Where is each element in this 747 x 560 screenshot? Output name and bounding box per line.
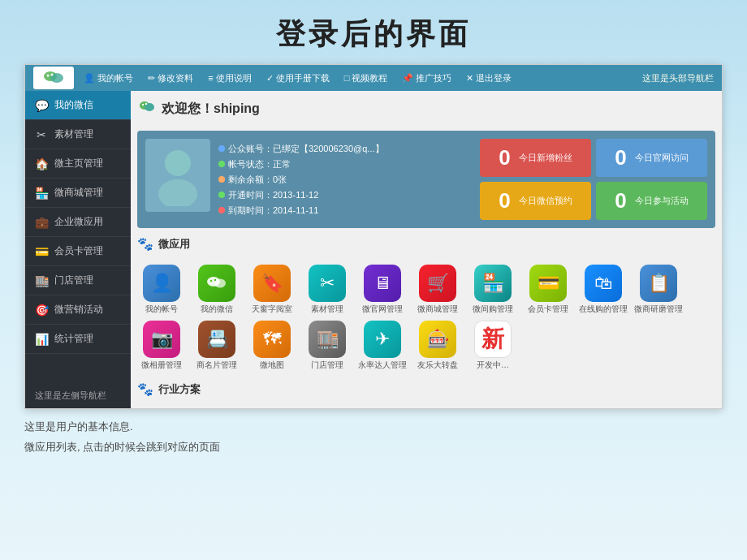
- top-nav: 👤 我的帐号 ✏ 修改资料 ≡ 使用说明 ✓ 使用手册下载 □ 视频教程 📌 推…: [25, 65, 722, 91]
- app-jiangou[interactable]: 🏪 微间购管理: [468, 265, 517, 314]
- logo: [33, 67, 74, 89]
- app-youle-icon: 🎰: [419, 321, 456, 358]
- app-mall-label: 微商城管理: [417, 304, 458, 314]
- app-tianchuang-icon: 🔖: [253, 265, 291, 302]
- app-member-card[interactable]: 💳 会员卡管理: [524, 265, 572, 314]
- app-account-icon: 👤: [143, 265, 180, 302]
- nav-video[interactable]: □ 视频教程: [338, 69, 395, 88]
- nav-edit[interactable]: ✏ 修改资料: [141, 69, 200, 88]
- nav-download[interactable]: ✓ 使用手册下载: [260, 69, 336, 88]
- app-material-label: 素材管理: [311, 304, 343, 314]
- app-weixin[interactable]: 我的微信: [192, 265, 241, 314]
- sidebar-item-stats[interactable]: 📊 统计管理: [25, 325, 131, 354]
- sidebar-item-material[interactable]: ✂ 素材管理: [25, 120, 131, 149]
- app-store-mgr[interactable]: 🏬 门店管理: [303, 321, 352, 370]
- app-website-icon: 🖥: [364, 265, 401, 302]
- sidebar-item-weixin[interactable]: 💬 我的微信: [25, 91, 131, 120]
- app-album-icon: 📷: [143, 321, 180, 358]
- info-row-open-date: 开通时间：2013-11-12: [218, 189, 472, 201]
- app-shanyan-icon: 📋: [640, 265, 677, 302]
- sidebar-item-member[interactable]: 💳 会员卡管理: [25, 237, 131, 266]
- svg-point-9: [158, 179, 197, 206]
- sidebar-label-weizhuyue: 微主页管理: [54, 157, 103, 170]
- app-new-icon: 新: [474, 321, 512, 358]
- home-icon: 🏠: [35, 157, 48, 170]
- app-lvyou[interactable]: ✈ 永率达人管理: [358, 321, 407, 370]
- app-mall-icon: 🛒: [419, 265, 456, 302]
- app-member-icon: 💳: [529, 265, 567, 302]
- sidebar-label-store: 门店管理: [54, 274, 93, 287]
- info-expire: 到期时间：2014-11-11: [228, 205, 318, 217]
- user-avatar: [145, 139, 210, 212]
- nav-account[interactable]: 👤 我的帐号: [77, 69, 140, 88]
- app-album[interactable]: 📷 微相册管理: [137, 321, 186, 370]
- app-website-mgr[interactable]: 🖥 微官网管理: [358, 265, 407, 314]
- stat-appointments: 0 今日微信预约: [480, 182, 591, 220]
- stat-visits-label: 今日官网访问: [635, 152, 689, 164]
- app-tianchuang[interactable]: 🔖 天窗字阅室: [248, 265, 296, 314]
- stat-appt-value: 0: [499, 188, 510, 213]
- svg-point-8: [165, 150, 191, 176]
- enterprise-icon: 💼: [35, 216, 48, 229]
- app-kaifa[interactable]: 新 开发中…: [468, 321, 517, 370]
- app-shanyan-label: 微商研磨管理: [634, 304, 683, 314]
- app-namecard-icon: 📇: [198, 321, 235, 358]
- app-album-label: 微相册管理: [141, 360, 182, 370]
- dot-account: [218, 145, 225, 152]
- app-map-icon: 🗺: [253, 321, 291, 358]
- dot-expire: [218, 207, 225, 213]
- info-account: 公众账号：已绑定【320006230@q...】: [228, 143, 384, 155]
- industry-arrow-icon: 🐾: [137, 381, 153, 397]
- info-panel: 公众账号：已绑定【320006230@q...】 帐号状态：正常 剩余余额：0张…: [137, 131, 715, 228]
- stat-act-label: 今日参与活动: [635, 195, 689, 207]
- app-lvyou-icon: ✈: [364, 321, 401, 358]
- sidebar-item-weizhuyue[interactable]: 🏠 微主页管理: [25, 149, 131, 179]
- sidebar-item-marketing[interactable]: 🎯 微营销活动: [25, 295, 131, 325]
- sidebar-label-stats: 统计管理: [54, 332, 93, 346]
- micro-apps-header: 🐾 微应用: [137, 236, 715, 252]
- svg-point-2: [47, 75, 50, 77]
- nav-guide[interactable]: ≡ 使用说明: [201, 69, 257, 88]
- app-namecard[interactable]: 📇 商名片管理: [192, 321, 241, 370]
- stats-grid: 0 今日新增粉丝 0 今日官网访问 0 今日微信预约 0 今日参与活动: [480, 139, 707, 220]
- app-account[interactable]: 👤 我的帐号: [137, 265, 186, 314]
- info-row-expire: 到期时间：2014-11-11: [218, 205, 472, 217]
- app-jiangou-label: 微间购管理: [473, 304, 513, 314]
- nav-tips[interactable]: 📌 推广技巧: [395, 69, 458, 88]
- app-shanyan[interactable]: 📋 微商研磨管理: [634, 265, 683, 314]
- stat-appt-label: 今日微信预约: [519, 195, 572, 207]
- top-nav-label: 这里是头部导航栏: [642, 72, 714, 84]
- app-lvyou-label: 永率达人管理: [358, 360, 407, 370]
- slide-bottom: 这里是用户的基本信息. 微应用列表, 点击的时候会跳到对应的页面: [0, 409, 747, 467]
- app-youle[interactable]: 🎰 友乐大转盘: [413, 321, 462, 370]
- app-material-icon: ✂: [309, 265, 346, 302]
- welcome-text: 欢迎您！shiping: [162, 101, 260, 118]
- app-online-shop[interactable]: 🛍 在线购的管理: [579, 265, 628, 314]
- app-mall-mgr[interactable]: 🛒 微商城管理: [413, 265, 462, 314]
- sidebar-label-member: 会员卡管理: [54, 244, 103, 258]
- stats-icon: 📊: [35, 333, 48, 346]
- weixin-icon: 💬: [35, 99, 48, 112]
- app-account-label: 我的帐号: [145, 304, 178, 314]
- app-weiditu[interactable]: 🗺 微地图: [248, 321, 296, 370]
- info-row-balance: 剩余余额：0张: [218, 174, 472, 186]
- info-row-account: 公众账号：已绑定【320006230@q...】: [218, 143, 472, 155]
- app-website-label: 微官网管理: [362, 304, 403, 314]
- app-new-label: 开发中…: [477, 360, 509, 370]
- sidebar-item-enterprise[interactable]: 💼 企业微应用: [25, 208, 131, 237]
- nav-logout[interactable]: ✕ 退出登录: [460, 69, 518, 88]
- sidebar-label-enterprise: 企业微应用: [54, 215, 103, 229]
- page-title: 登录后的界面: [0, 0, 747, 64]
- industry-section: 🐾 行业方案: [137, 381, 715, 397]
- bottom-note-1: 这里是用户的基本信息.: [24, 417, 723, 436]
- micro-apps-title: 微应用: [158, 237, 190, 252]
- stat-visits: 0 今日官网访问: [596, 139, 707, 177]
- industry-title: 行业方案: [158, 382, 201, 397]
- welcome-header: 欢迎您！shiping: [137, 97, 715, 121]
- apps-grid: 👤 我的帐号 我的微信 🔖: [137, 261, 715, 373]
- app-material-mgr[interactable]: ✂ 素材管理: [303, 265, 352, 314]
- stat-new-fans: 0 今日新增粉丝: [480, 139, 591, 177]
- app-member-label: 会员卡管理: [528, 304, 568, 314]
- sidebar-item-mall[interactable]: 🏪 微商城管理: [25, 179, 131, 208]
- sidebar-item-store[interactable]: 🏬 门店管理: [25, 266, 131, 295]
